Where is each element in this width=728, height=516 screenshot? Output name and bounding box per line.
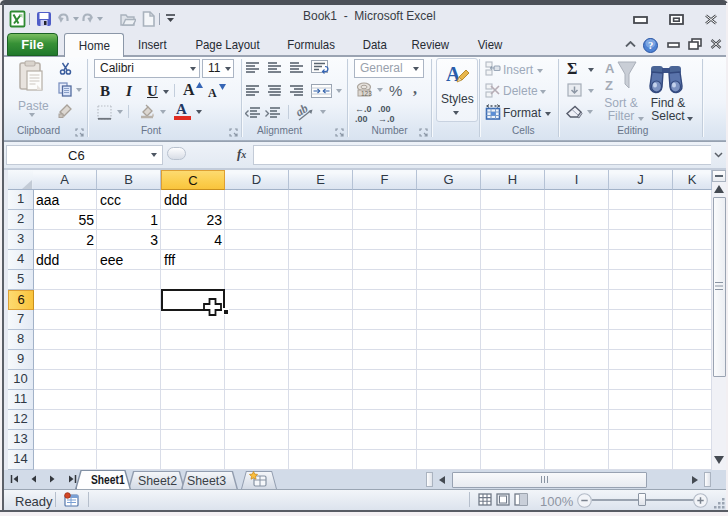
svg-text:?: ? <box>648 40 653 51</box>
svg-text:Z: Z <box>605 78 613 93</box>
svg-text:A: A <box>605 61 615 76</box>
svg-text:123: 123 <box>361 90 372 97</box>
